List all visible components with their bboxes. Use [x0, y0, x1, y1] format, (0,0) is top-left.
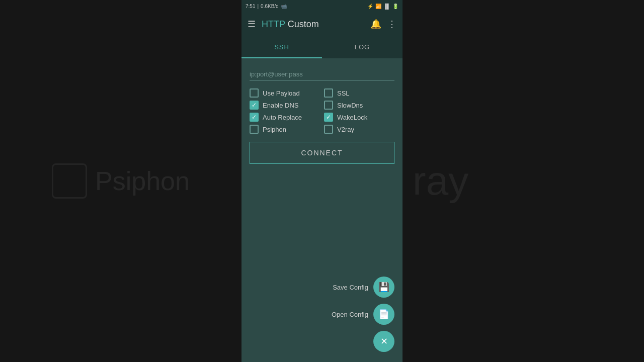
fab-save-config-label: Save Config — [333, 284, 368, 291]
tabs: SSH LOG — [242, 36, 403, 58]
checkbox-enable-dns[interactable]: ✓ Enable DNS — [250, 101, 320, 110]
title-custom: Custom — [288, 19, 319, 29]
app-title: HTTP Custom — [262, 19, 364, 30]
fab-open-config-item: Open Config 📄 — [332, 304, 394, 325]
close-icon: ✕ — [380, 336, 388, 347]
status-left: 7:51 | 0.6KB/d 📹 — [246, 4, 287, 9]
fab-container: Save Config 💾 Open Config 📄 ✕ — [332, 277, 394, 352]
checkbox-v2ray[interactable]: V2ray — [324, 125, 394, 134]
save-icon: 💾 — [378, 282, 389, 293]
checkbox-enable-dns-box[interactable]: ✓ — [250, 101, 259, 110]
checkbox-ssl[interactable]: SSL — [324, 88, 394, 98]
tab-ssh[interactable]: SSH — [242, 36, 322, 58]
settings-icon[interactable]: 🔔 — [370, 19, 381, 30]
top-bar-icons: 🔔 ⋮ — [370, 19, 396, 30]
ssh-input-container — [250, 68, 394, 80]
fab-save-config-item: Save Config 💾 — [333, 277, 394, 298]
more-icon[interactable]: ⋮ — [387, 19, 396, 30]
checkbox-ssl-label: SSL — [337, 89, 350, 97]
status-battery-icon: 🔋 — [392, 4, 398, 9]
checkbox-psiphon[interactable]: Psiphon — [250, 125, 320, 134]
checkbox-auto-replace-check: ✓ — [252, 114, 257, 120]
fab-open-config-label: Open Config — [332, 311, 368, 318]
checkbox-wakelock-check: ✓ — [326, 114, 331, 120]
checkbox-auto-replace[interactable]: ✓ Auto Replace — [250, 113, 320, 122]
checkbox-wakelock[interactable]: ✓ WakeLock — [324, 113, 394, 122]
fab-open-config-button[interactable]: 📄 — [373, 304, 394, 325]
checkbox-v2ray-label: V2ray — [337, 126, 354, 133]
checkbox-ssl-box[interactable] — [324, 88, 333, 98]
background-left: Psiphon — [0, 0, 242, 362]
checkbox-slow-dns-label: SlowDns — [337, 102, 363, 109]
hamburger-icon[interactable]: ☰ — [248, 19, 256, 30]
status-wifi-icon: 📶 — [375, 4, 381, 9]
status-right: ⚡ 📶 ▐▌ 🔋 — [367, 4, 398, 9]
status-separator: | — [257, 4, 259, 9]
checkbox-auto-replace-label: Auto Replace — [263, 114, 302, 121]
bg-logo-text: Psiphon — [95, 166, 190, 196]
checkbox-use-payload[interactable]: Use Payload — [250, 88, 320, 98]
checkboxes-grid: Use Payload SSL ✓ Enable DNS — [250, 88, 394, 134]
top-bar: ☰ HTTP Custom 🔔 ⋮ — [242, 12, 403, 36]
status-time: 7:51 — [246, 4, 255, 9]
checkbox-use-payload-box[interactable] — [250, 88, 259, 98]
status-speed: 0.6KB/d — [261, 4, 279, 9]
checkbox-slow-dns[interactable]: SlowDns — [324, 101, 394, 110]
status-signal-icon: ▐▌ — [383, 4, 390, 9]
tab-log[interactable]: LOG — [322, 36, 403, 58]
background-right: ray — [403, 0, 644, 362]
connect-button[interactable]: CONNECT — [250, 142, 394, 164]
status-bluetooth-icon: ⚡ — [367, 4, 373, 9]
phone-app: 7:51 | 0.6KB/d 📹 ⚡ 📶 ▐▌ 🔋 ☰ HTTP Custom … — [242, 0, 403, 362]
checkbox-psiphon-box[interactable] — [250, 125, 259, 134]
bg-right-text: ray — [413, 158, 468, 204]
checkbox-v2ray-box[interactable] — [324, 125, 333, 134]
open-icon: 📄 — [378, 309, 389, 320]
checkbox-wakelock-label: WakeLock — [337, 114, 367, 121]
fab-close-button[interactable]: ✕ — [373, 331, 394, 352]
bg-logo-box — [52, 163, 87, 199]
title-http: HTTP — [262, 19, 285, 29]
checkbox-auto-replace-box[interactable]: ✓ — [250, 113, 259, 122]
main-content: Use Payload SSL ✓ Enable DNS — [242, 58, 403, 362]
checkbox-wakelock-box[interactable]: ✓ — [324, 113, 333, 122]
checkbox-psiphon-label: Psiphon — [263, 126, 286, 133]
checkbox-enable-dns-label: Enable DNS — [263, 102, 299, 109]
checkbox-enable-dns-check: ✓ — [252, 102, 257, 108]
status-camera-icon: 📹 — [281, 4, 287, 9]
checkbox-slow-dns-box[interactable] — [324, 101, 333, 110]
ssh-input[interactable] — [250, 68, 394, 80]
status-bar: 7:51 | 0.6KB/d 📹 ⚡ 📶 ▐▌ 🔋 — [242, 0, 403, 12]
fab-save-config-button[interactable]: 💾 — [373, 277, 394, 298]
checkbox-use-payload-label: Use Payload — [263, 89, 300, 97]
